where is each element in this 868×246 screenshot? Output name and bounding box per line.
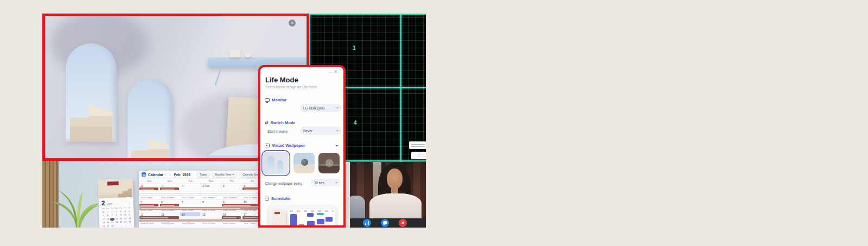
- widget-date: 19: [101, 222, 106, 224]
- end-call-button[interactable]: [399, 219, 407, 227]
- view-more-link[interactable]: View 7 more: [180, 196, 201, 199]
- view-more-link[interactable]: View 9 more: [201, 196, 221, 199]
- calendar-toolbar: Calendar ‹ › Feb 2023 Today Monthly View…: [139, 171, 259, 179]
- view-more-link[interactable]: View 12 more: [139, 222, 159, 224]
- widget-date: 7: [110, 214, 114, 217]
- view-more-link[interactable]: View 10 more: [221, 196, 242, 199]
- view-more-link[interactable]: View 5 more: [139, 196, 159, 199]
- widget-day-header: Wed: [114, 207, 118, 210]
- view-more-link[interactable]: View 9 more: [221, 222, 242, 224]
- event-bar[interactable]: [222, 204, 259, 206]
- download-icon: ↓: [325, 159, 333, 167]
- widget-date: 10: [123, 213, 127, 216]
- view-more-link[interactable]: View 11 more: [201, 209, 221, 211]
- view-more-link[interactable]: View 10 more: [242, 196, 259, 199]
- view-more-link[interactable]: View 11 more: [201, 222, 221, 224]
- view-more-link[interactable]: View 7 more: [180, 209, 201, 211]
- widget-day-header: Sun: [101, 208, 105, 210]
- arch-niche: [127, 79, 173, 161]
- view-more-link[interactable]: View 16 more: [242, 209, 259, 211]
- calendar-name-dropdown[interactable]: Calendar Na: [239, 172, 259, 178]
- tooltip-button[interactable]: [418, 154, 426, 157]
- widget-date: 8: [114, 214, 119, 217]
- widget-date: 9: [119, 214, 123, 217]
- widget-illustration: [98, 179, 133, 198]
- widget-date: 11: [127, 213, 132, 216]
- event-bar[interactable]: [139, 216, 179, 219]
- plant: [47, 186, 106, 228]
- wallpaper-interval-dropdown[interactable]: 30 sec: [311, 179, 341, 186]
- event-bar[interactable]: [160, 187, 179, 190]
- widget-date: 16: [119, 217, 123, 220]
- video-call-window: [350, 162, 426, 228]
- widget-date: 24: [123, 221, 127, 223]
- calendar-app-title: Calendar: [148, 173, 163, 177]
- switch-interval-dropdown[interactable]: Never: [300, 127, 342, 135]
- close-icon[interactable]: ✕: [334, 69, 340, 74]
- wallpaper-thumbnail-speaker-wallpaper[interactable]: [293, 153, 315, 173]
- widget-date: 13: [106, 218, 110, 221]
- scheduler-preview-thumbnail[interactable]: [268, 206, 337, 228]
- widget-nav-arrows[interactable]: ‹ ›: [129, 202, 131, 205]
- view-more-link[interactable]: View 10 more: [159, 196, 180, 199]
- chat-button[interactable]: [381, 219, 389, 227]
- widget-date: 4: [127, 224, 132, 226]
- paper-calendar-widget: 2 2023 ‹ › SunMonTueWedThuFriSat29303112…: [98, 179, 134, 228]
- widget-day-header: Fri: [123, 206, 127, 209]
- second-participant: [350, 196, 365, 218]
- wallpaper-thumbnails: ↓: [263, 152, 342, 176]
- month-grid: 2930311 Feb234View 5 moreView 10 moreVie…: [139, 184, 259, 225]
- widget-date: 2: [118, 210, 123, 213]
- audio-levels-button[interactable]: [363, 219, 371, 227]
- view-more-link[interactable]: View 7 more: [139, 209, 159, 211]
- change-wallpaper-label: Change wallpaper every: [265, 182, 302, 185]
- day-header: Fri: [242, 179, 259, 184]
- scheduler-section-header: Scheduler: [265, 196, 291, 201]
- next-month-arrow[interactable]: ›: [170, 173, 172, 176]
- scheduler-preview-week-grid: [289, 209, 335, 228]
- event-bar[interactable]: [242, 187, 259, 190]
- view-more-link[interactable]: View 17 more: [159, 222, 180, 224]
- event-bar[interactable]: [160, 204, 179, 206]
- wallpaper-thumbnail-arch-wallpaper[interactable]: [263, 152, 289, 174]
- shelf-item: [229, 50, 240, 57]
- widget-date: 3: [123, 210, 127, 213]
- scheduler-wallpaper-preview: 2 2023 ‹ › SunMonTueWedThuFriSat29303112…: [42, 161, 259, 228]
- quadrant-label-4: 4: [354, 120, 357, 126]
- start-in-every-label: Start in every: [267, 130, 288, 133]
- view-more-link[interactable]: View 25 more: [159, 209, 180, 211]
- widget-date: 17: [123, 217, 127, 220]
- collapse-chevron-icon[interactable]: [336, 145, 338, 147]
- monitor-section-header: Monitor: [265, 98, 287, 102]
- event-text-lines: [139, 191, 259, 196]
- grid-line: [309, 14, 426, 15]
- close-icon[interactable]: ✕: [289, 20, 296, 27]
- event-bar[interactable]: [139, 187, 158, 190]
- widget-date: 1: [114, 210, 118, 213]
- switch-mode-icon: ⇄: [265, 121, 269, 125]
- virtual-wallpaper-label: Virtual Wallpaper: [272, 143, 305, 148]
- view-dropdown[interactable]: Monthly View: [212, 172, 238, 178]
- switch-interval-value: Never: [303, 129, 312, 133]
- wallpaper-thumbnail-download-more-wallpapers[interactable]: ↓: [318, 153, 340, 173]
- prev-month-arrow[interactable]: ‹: [165, 173, 168, 176]
- widget-date: 30: [105, 211, 110, 213]
- monitor-dropdown[interactable]: LG HDR QHD: [300, 104, 342, 112]
- calendar-app-window: Calendar ‹ › Feb 2023 Today Monthly View…: [139, 171, 259, 228]
- view-more-link[interactable]: View 7 more: [242, 222, 259, 224]
- view-more-link[interactable]: View 10 more: [221, 209, 242, 211]
- chevron-down-icon: [336, 130, 339, 132]
- event-bar[interactable]: [139, 204, 158, 206]
- view-more-link[interactable]: View 15 more: [180, 222, 201, 224]
- event-bar[interactable]: [222, 216, 241, 219]
- scheduler-label: Scheduler: [271, 196, 291, 201]
- widget-year: 2023: [107, 203, 112, 205]
- monitor-label: Monitor: [272, 98, 287, 102]
- switch-mode-label: Switch Mode: [271, 120, 296, 125]
- widget-day-header: Mon: [105, 207, 110, 210]
- widget-date: 25: [127, 221, 132, 223]
- call-controls-bar: [350, 218, 426, 228]
- widget-date: 27: [106, 225, 110, 228]
- event-bar[interactable]: [242, 216, 259, 219]
- today-button[interactable]: Today: [196, 172, 210, 178]
